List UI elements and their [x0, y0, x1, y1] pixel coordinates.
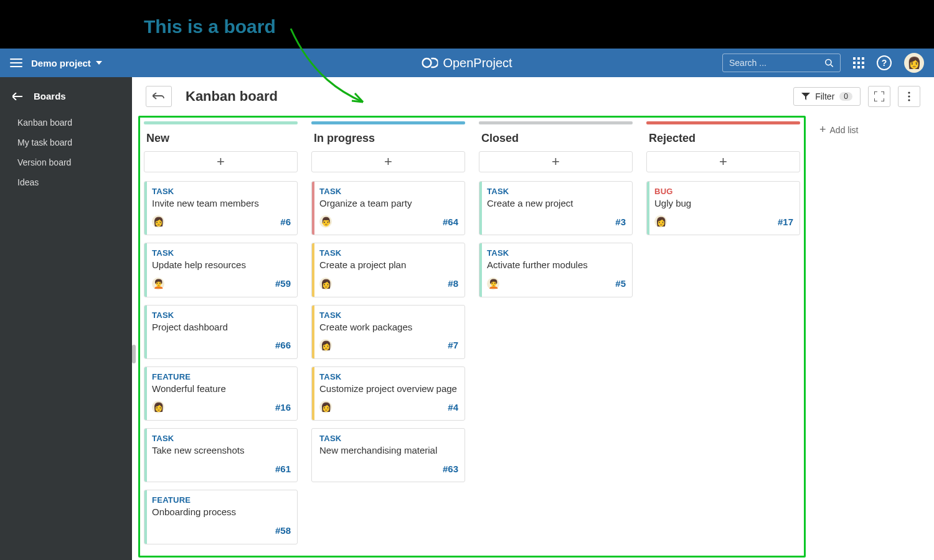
add-card-button[interactable]: + — [311, 151, 465, 172]
chevron-down-icon — [96, 61, 102, 65]
card[interactable]: TASKActivate further modules🧑‍🦱#5 — [479, 243, 633, 297]
card-id: #16 — [275, 402, 291, 413]
sidebar-back[interactable]: Boards — [0, 86, 132, 106]
filter-icon — [801, 93, 810, 100]
annotation-text: This is a board — [144, 16, 276, 37]
board-column: In progress+TASKOrganize a team party👨#6… — [311, 121, 465, 490]
card-type: FEATURE — [152, 372, 291, 381]
sidebar-item[interactable]: Ideas — [0, 172, 132, 192]
apps-icon[interactable] — [853, 57, 864, 68]
card-title: Update help resources — [152, 259, 291, 271]
assignee-avatar: 🧑‍🦱 — [152, 278, 164, 290]
add-list-label: Add list — [830, 125, 859, 135]
svg-line-2 — [831, 65, 833, 67]
card-type: TASK — [319, 248, 458, 258]
card-id: #8 — [448, 278, 458, 289]
card-id: #5 — [615, 278, 626, 289]
sidebar-item[interactable]: Kanban board — [0, 113, 132, 133]
assignee-avatar: 🧑‍🦱 — [487, 278, 499, 290]
card-type: TASK — [319, 434, 458, 443]
assignee-avatar: 👩 — [654, 215, 667, 228]
assignee-avatar: 👩 — [319, 339, 332, 352]
card[interactable]: FEATUREWonderful feature👩#16 — [144, 366, 298, 421]
card-id: #59 — [275, 278, 291, 289]
search-box[interactable] — [722, 54, 841, 72]
card-title: Project dashboard — [152, 321, 291, 334]
column-title: Closed — [479, 124, 633, 151]
card[interactable]: TASKProject dashboard#66 — [144, 305, 298, 359]
add-card-button[interactable]: + — [479, 151, 633, 172]
card[interactable]: TASKCustomize project overview page👩#4 — [311, 366, 465, 421]
filter-label: Filter — [815, 91, 834, 101]
card[interactable]: FEATUREOnboarding process#58 — [144, 490, 298, 544]
back-button[interactable] — [146, 86, 172, 107]
card-type: FEATURE — [152, 495, 291, 505]
card-type: TASK — [487, 248, 626, 258]
card-title: Customize project overview page — [319, 383, 458, 395]
card-type: BUG — [654, 187, 793, 196]
column-title: Rejected — [646, 124, 800, 151]
card[interactable]: TASKTake new screenshots#61 — [144, 428, 298, 482]
svg-point-3 — [908, 91, 910, 93]
card-title: Onboarding process — [152, 506, 291, 518]
svg-point-4 — [908, 95, 910, 97]
page-title: Kanban board — [186, 88, 278, 105]
card[interactable]: BUGUgly bug👩#17 — [646, 181, 800, 235]
help-icon[interactable]: ? — [877, 55, 892, 70]
search-input[interactable] — [729, 58, 824, 68]
card-type: TASK — [319, 187, 458, 196]
annotation-strip: This is a board — [0, 0, 934, 49]
card-title: Activate further modules — [487, 259, 626, 271]
add-card-button[interactable]: + — [144, 151, 298, 172]
board-header: Kanban board Filter 0 — [132, 77, 934, 116]
card-title: Take new screenshots — [152, 444, 291, 457]
board: New+TASKInvite new team members👩#6TASKUp… — [138, 116, 806, 558]
card-title: Wonderful feature — [152, 383, 291, 395]
card-title: Create a project plan — [319, 259, 458, 271]
workspace: Boards Kanban boardMy task boardVersion … — [0, 77, 934, 560]
card-id: #7 — [448, 340, 458, 350]
column-title: In progress — [311, 124, 465, 151]
sidebar-item[interactable]: Version board — [0, 152, 132, 172]
card-type: TASK — [152, 310, 291, 320]
project-selector[interactable]: Demo project — [31, 58, 102, 68]
card-id: #3 — [615, 217, 626, 227]
card[interactable]: TASKOrganize a team party👨#64 — [311, 181, 465, 235]
card[interactable]: TASKInvite new team members👩#6 — [144, 181, 298, 235]
assignee-avatar: 👩 — [152, 215, 164, 228]
scrollbar-thumb[interactable] — [132, 345, 136, 363]
card-id: #4 — [448, 402, 458, 413]
card[interactable]: TASKCreate a new project#3 — [479, 181, 633, 235]
card-type: TASK — [152, 248, 291, 258]
menu-icon[interactable] — [10, 58, 22, 67]
arrow-left-icon — [12, 93, 22, 100]
card[interactable]: TASKUpdate help resources🧑‍🦱#59 — [144, 243, 298, 297]
filter-button[interactable]: Filter 0 — [793, 87, 861, 106]
user-avatar[interactable]: 👩 — [904, 53, 924, 73]
assignee-avatar: 👩 — [319, 401, 332, 413]
card-title: Organize a team party — [319, 197, 458, 210]
plus-icon: + — [819, 123, 826, 136]
search-icon — [824, 58, 834, 68]
svg-point-1 — [826, 60, 831, 65]
card-type: TASK — [152, 187, 291, 196]
card-id: #63 — [443, 464, 458, 474]
sidebar-item[interactable]: My task board — [0, 133, 132, 152]
card-title: Create work packages — [319, 321, 458, 334]
more-button[interactable] — [898, 86, 920, 107]
add-list-button[interactable]: + Add list — [819, 116, 858, 136]
fullscreen-button[interactable] — [868, 86, 890, 107]
card[interactable]: TASKCreate work packages👩#7 — [311, 305, 465, 359]
card[interactable]: TASKCreate a project plan👩#8 — [311, 243, 465, 297]
brand: OpenProject — [422, 56, 512, 70]
column-title: New — [144, 124, 298, 151]
topbar: Demo project OpenProject ? 👩 — [0, 49, 934, 77]
card-title: Invite new team members — [152, 197, 291, 210]
card-id: #61 — [275, 464, 291, 474]
card-type: TASK — [487, 187, 626, 196]
reply-arrow-icon — [153, 93, 165, 100]
card[interactable]: TASKNew merchandising material#63 — [311, 428, 465, 482]
filter-count-badge: 0 — [839, 92, 852, 101]
board-column: New+TASKInvite new team members👩#6TASKUp… — [144, 121, 298, 552]
add-card-button[interactable]: + — [646, 151, 800, 172]
